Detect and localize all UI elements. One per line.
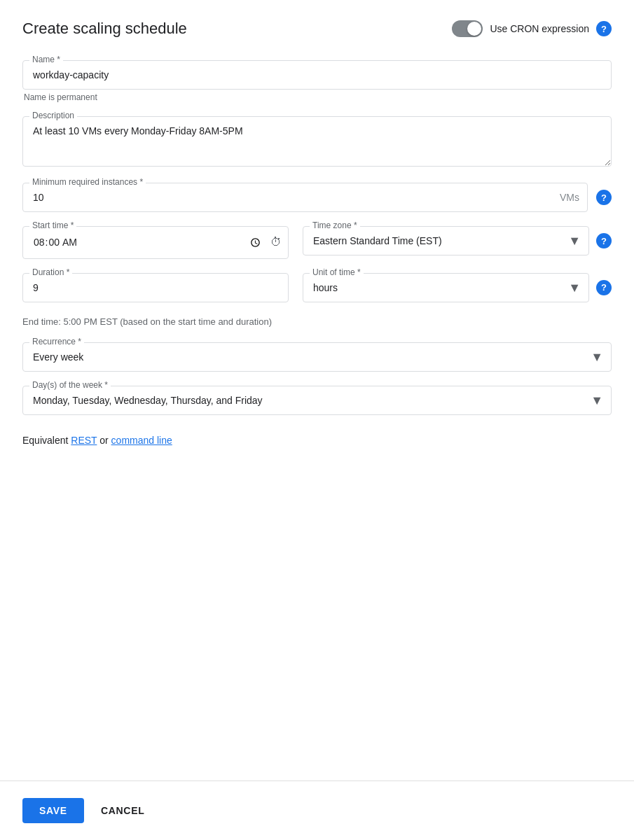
rest-link[interactable]: REST [71,435,97,446]
duration-row: Duration * Unit of time * hours minutes … [22,273,612,302]
name-input[interactable] [22,60,612,90]
description-textarea[interactable]: At least 10 VMs every Monday-Friday 8AM-… [22,116,612,167]
equivalent-links: Equivalent REST or command line [22,435,612,446]
footer: SAVE CANCEL [0,780,634,840]
min-instances-help-icon[interactable]: ? [596,190,612,205]
recurrence-field-wrapper: Recurrence * Every week Every day Every … [22,342,612,372]
unit-of-time-field-wrapper: Unit of time * hours minutes seconds ▼ [303,273,589,302]
duration-input[interactable] [22,273,289,302]
cron-help-icon[interactable]: ? [596,21,612,36]
days-select-wrapper: Monday, Tuesday, Wednesday, Thursday, an… [22,386,612,415]
vms-suffix: VMs [560,192,579,203]
min-instances-input[interactable] [22,183,588,212]
duration-label: Duration * [29,267,72,277]
main-content: Create scaling schedule Use CRON express… [0,0,634,780]
time-zone-help-icon[interactable]: ? [596,233,612,248]
time-zone-select[interactable]: Eastern Standard Time (EST) Pacific Stan… [303,226,589,255]
recurrence-select-wrapper: Every week Every day Every month ▼ [22,342,612,372]
end-time-info: End time: 5:00 PM EST (based on the star… [22,316,612,327]
days-label: Day(s) of the week * [29,380,111,390]
time-zone-select-wrapper: Eastern Standard Time (EST) Pacific Stan… [303,226,589,255]
duration-field-wrapper: Duration * [22,273,289,302]
unit-of-time-help-icon[interactable]: ? [596,280,612,295]
instances-row: Minimum required instances * VMs ? [22,183,612,212]
or-text: or [97,435,111,446]
name-field-wrapper: Name * [22,60,612,90]
unit-of-time-label: Unit of time * [310,267,364,277]
cron-toggle[interactable] [452,20,483,37]
header: Create scaling schedule Use CRON express… [22,20,612,38]
description-section: Description At least 10 VMs every Monday… [22,116,612,169]
page-container: Create scaling schedule Use CRON express… [0,0,634,840]
name-hint: Name is permanent [22,92,612,102]
toggle-group: Use CRON expression ? [452,20,612,37]
unit-of-time-col: Unit of time * hours minutes seconds ▼ ? [303,273,612,302]
days-field-wrapper: Day(s) of the week * Monday, Tuesday, We… [22,386,612,415]
unit-of-time-select[interactable]: hours minutes seconds [303,273,589,302]
time-zone-with-help: Time zone * Eastern Standard Time (EST) … [303,226,612,255]
name-section: Name * Name is permanent [22,60,612,102]
toggle-knob [467,22,481,36]
min-instances-field-wrapper: Minimum required instances * VMs [22,183,588,212]
cron-toggle-label: Use CRON expression [490,23,589,34]
page-title: Create scaling schedule [22,20,187,38]
recurrence-section: Recurrence * Every week Every day Every … [22,342,612,372]
min-instances-section: Minimum required instances * VMs ? [22,183,612,212]
unit-of-time-select-wrapper: hours minutes seconds ▼ [303,273,589,302]
description-field-wrapper: Description At least 10 VMs every Monday… [22,116,612,169]
recurrence-select[interactable]: Every week Every day Every month [22,342,612,372]
duration-col: Duration * [22,273,289,302]
cancel-button[interactable]: CANCEL [95,798,151,823]
time-input-wrapper: ⏱ [22,226,289,259]
unit-of-time-with-help: Unit of time * hours minutes seconds ▼ ? [303,273,612,302]
days-section: Day(s) of the week * Monday, Tuesday, We… [22,386,612,415]
command-line-link[interactable]: command line [111,435,172,446]
save-button[interactable]: SAVE [22,798,84,823]
start-time-field-wrapper: Start time * ⏱ [22,226,289,259]
description-label: Description [29,111,77,120]
instances-input-wrapper: VMs [22,183,588,212]
min-instances-label: Minimum required instances * [29,177,146,187]
recurrence-label: Recurrence * [29,337,84,346]
time-zone-field-wrapper: Time zone * Eastern Standard Time (EST) … [303,226,589,255]
start-time-col: Start time * ⏱ [22,226,289,259]
start-time-label: Start time * [29,220,76,230]
equivalent-text: Equivalent [22,435,71,446]
days-select[interactable]: Monday, Tuesday, Wednesday, Thursday, an… [22,386,612,415]
start-time-row: Start time * ⏱ Time zone * Eastern Stand… [22,226,612,259]
time-zone-label: Time zone * [310,220,360,230]
start-time-input[interactable] [22,226,289,259]
name-label: Name * [29,55,63,64]
time-zone-col: Time zone * Eastern Standard Time (EST) … [303,226,612,255]
